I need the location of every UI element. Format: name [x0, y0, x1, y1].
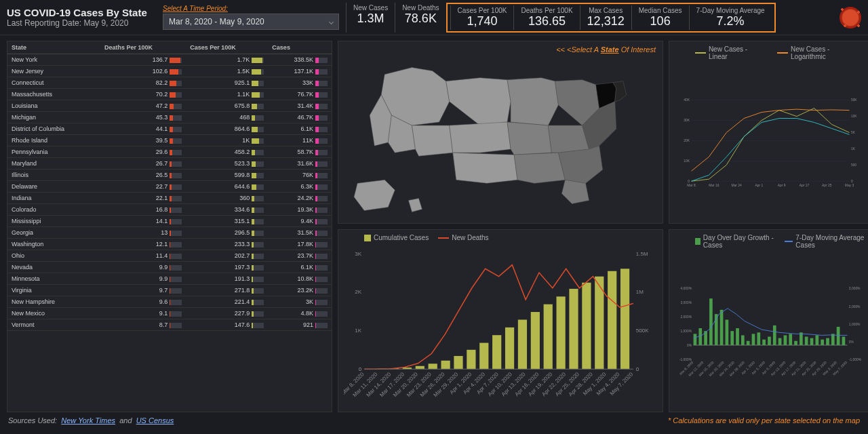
table-row[interactable]: Michigan 45.3 468 46.7K: [7, 112, 332, 123]
svg-rect-44: [518, 319, 527, 369]
table-row[interactable]: Massachusetts 70.2 1.1K 76.7K: [7, 89, 332, 100]
svg-text:10K: 10K: [684, 159, 690, 163]
source-nyt-link[interactable]: New York Times: [61, 416, 115, 425]
svg-text:40K: 40K: [684, 98, 690, 102]
svg-text:2K: 2K: [355, 289, 361, 295]
svg-rect-109: [810, 338, 814, 345]
svg-rect-96: [741, 335, 745, 345]
svg-rect-101: [768, 336, 771, 345]
svg-text:0: 0: [636, 366, 639, 372]
kpi-cases-per-100k: Cases Per 100K1,740: [450, 5, 514, 30]
svg-text:Mar 16: Mar 16: [709, 184, 719, 187]
time-period-select[interactable]: Mar 8, 2020 - May 9, 2020: [163, 14, 339, 30]
table-row[interactable]: Delaware 22.7 644.6 6.3K: [7, 181, 332, 193]
svg-rect-102: [773, 326, 776, 345]
svg-rect-41: [479, 343, 488, 370]
table-row[interactable]: New Jersey 102.6 1.5K 137.1K: [7, 66, 332, 77]
svg-rect-95: [736, 328, 739, 345]
svg-rect-106: [794, 341, 797, 345]
svg-text:5K: 5K: [851, 131, 856, 134]
svg-rect-100: [762, 340, 766, 345]
svg-text:Apr 25: Apr 25: [822, 184, 832, 187]
svg-text:0: 0: [851, 180, 853, 183]
svg-rect-43: [505, 328, 514, 369]
us-map-panel[interactable]: << <Select A State Of Interest: [338, 41, 663, 224]
svg-text:Mar 8: Mar 8: [687, 184, 696, 187]
svg-rect-45: [531, 312, 540, 369]
svg-text:20K: 20K: [684, 139, 690, 142]
svg-rect-99: [757, 332, 760, 345]
svg-rect-115: [842, 336, 846, 345]
table-row[interactable]: Georgia 13 296.5 31.5K: [7, 227, 332, 239]
us-map[interactable]: [344, 45, 657, 219]
svg-text:3,000%: 3,000%: [849, 287, 861, 290]
state-table-panel[interactable]: StateDeaths Per 100KCases Per 100KCases …: [7, 41, 332, 412]
table-row[interactable]: Maryland 26.7 523.3 31.6K: [7, 158, 332, 170]
table-row[interactable]: Nevada 9.9 197.3 6.1K: [7, 262, 332, 273]
svg-text:1,000%: 1,000%: [849, 323, 861, 326]
table-row[interactable]: Colorado 16.8 334.6 19.3K: [7, 204, 332, 216]
kpi-median-cases: Median Cases106: [631, 5, 689, 30]
svg-rect-51: [608, 271, 616, 370]
svg-rect-88: [698, 328, 702, 345]
table-row[interactable]: Ohio 11.4 202.7 23.7K: [7, 250, 332, 262]
svg-rect-49: [582, 283, 591, 369]
svg-text:Mar 24: Mar 24: [731, 184, 742, 187]
table-row[interactable]: Virginia 9.7 271.8 23.2K: [7, 285, 332, 296]
svg-text:10K: 10K: [851, 115, 857, 118]
table-row[interactable]: New York 136.7 1.7K 338.5K: [7, 54, 332, 66]
table-row[interactable]: Illinois 26.5 599.8 76K: [7, 170, 332, 181]
table-row[interactable]: Mississippi 14.1 315.1 9.4K: [7, 216, 332, 227]
page-title: US COVID-19 Cases By State: [7, 7, 156, 18]
table-row[interactable]: Pennsylvania 29.6 458.2 58.7K: [7, 146, 332, 158]
table-row[interactable]: Connecticut 82.2 925.1 33K: [7, 77, 332, 89]
svg-rect-114: [837, 327, 840, 345]
svg-text:-1,000%: -1,000%: [679, 358, 692, 361]
svg-rect-36: [416, 366, 425, 370]
svg-rect-98: [752, 334, 755, 345]
svg-rect-94: [730, 331, 734, 345]
svg-rect-39: [454, 356, 462, 369]
svg-rect-48: [569, 289, 578, 369]
last-date-label: Last Reporting Date:: [7, 18, 81, 28]
table-row[interactable]: New Mexico 9.1 227.9 4.8K: [7, 308, 332, 319]
svg-rect-111: [821, 340, 824, 345]
new-cases-chart[interactable]: 010K20K30K40K05001K5K10K50KMar 8Mar 16Ma…: [675, 63, 866, 224]
svg-rect-38: [441, 361, 450, 370]
kpi-deaths-per-100k: Deaths Per 100K136.65: [513, 5, 579, 30]
table-row[interactable]: New Hampshire 9.6 221.4 3K: [7, 296, 332, 308]
cumulative-chart-panel: Cumulative CasesNew Deaths 01K2K3K0500K1…: [338, 229, 663, 412]
growth-chart[interactable]: -1,000%0%1,000%2,000%3,000%4,000%-1,000%…: [675, 252, 866, 412]
cumulative-chart[interactable]: 01K2K3K0500K1M1.5MMar 8, 2020Mar 11, 202…: [344, 244, 657, 406]
table-row[interactable]: Louisiana 47.2 675.8 31.4K: [7, 100, 332, 112]
calc-note: * Calculations are valid only per state …: [668, 416, 860, 425]
svg-text:Apr 1: Apr 1: [755, 184, 764, 187]
svg-text:1K: 1K: [355, 328, 361, 334]
svg-rect-97: [747, 341, 750, 345]
svg-rect-110: [815, 335, 818, 345]
svg-text:500: 500: [851, 163, 856, 167]
svg-rect-47: [557, 296, 566, 369]
svg-text:0: 0: [688, 180, 690, 183]
table-row[interactable]: Vermont 8.7 147.6 921: [7, 319, 332, 331]
svg-rect-40: [467, 350, 475, 369]
svg-text:3K: 3K: [355, 251, 361, 257]
source-census-link[interactable]: US Census: [136, 416, 174, 425]
svg-text:1,000%: 1,000%: [681, 330, 692, 333]
table-row[interactable]: Rhode Island 39.5 1K 11K: [7, 135, 332, 146]
svg-text:4,000%: 4,000%: [681, 287, 692, 290]
table-row[interactable]: Indiana 22.1 360 24.2K: [7, 193, 332, 204]
svg-rect-105: [789, 334, 792, 345]
svg-rect-104: [784, 335, 787, 345]
time-period-link[interactable]: Time Period: [189, 5, 226, 12]
svg-text:1.5M: 1.5M: [636, 251, 648, 257]
svg-text:Apr 9: Apr 9: [778, 184, 786, 187]
chevron-down-icon: [329, 19, 334, 24]
table-row[interactable]: Washington 12.1 233.3 17.8K: [7, 239, 332, 250]
table-row[interactable]: District of Columbia 44.1 864.6 6.1K: [7, 123, 332, 135]
table-row[interactable]: Minnesota 9.9 191.3 10.8K: [7, 273, 332, 285]
last-date-value: May 9, 2020: [83, 18, 128, 28]
svg-rect-87: [694, 334, 697, 345]
map-hint: << <Select A State Of Interest: [556, 45, 656, 54]
growth-chart-panel: Day Over Day Growth - Cases7-Day Moving …: [669, 229, 868, 412]
